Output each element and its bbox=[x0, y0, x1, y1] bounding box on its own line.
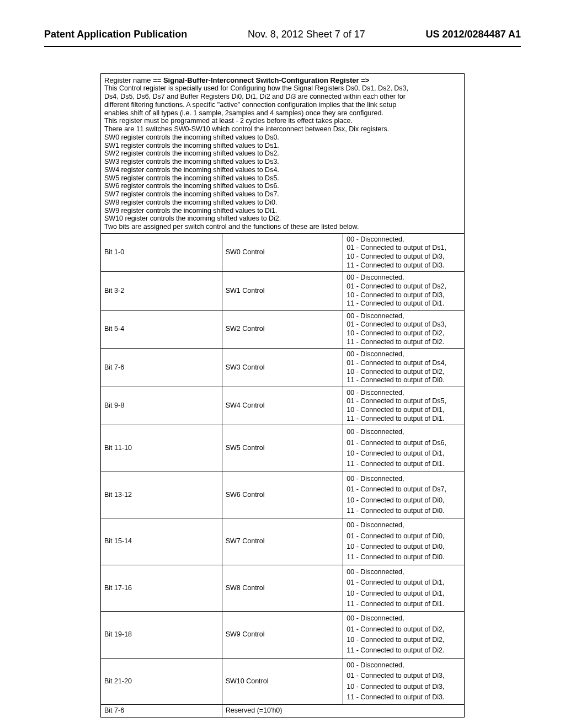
desc-col-line: 01 - Connected to output of Ds2, bbox=[347, 282, 461, 291]
header-rule bbox=[44, 46, 521, 47]
desc-col-line: 01 - Connected to output of Di0, bbox=[347, 531, 461, 542]
desc-col: 00 - Disconnected,01 - Connected to outp… bbox=[343, 612, 465, 659]
table-row: Bit 11-10SW5 Control00 - Disconnected,01… bbox=[101, 425, 465, 472]
bit-col: Bit 1-0 bbox=[101, 233, 222, 272]
desc-col-line: 00 - Disconnected, bbox=[347, 389, 461, 398]
name-col: SW5 Control bbox=[222, 425, 343, 472]
desc-col: 00 - Disconnected,01 - Connected to outp… bbox=[343, 349, 465, 387]
desc-line: SW0 register controls the incoming shift… bbox=[104, 133, 461, 142]
desc-col-line: 00 - Disconnected, bbox=[347, 235, 461, 244]
desc-line: This Control register is specially used … bbox=[104, 84, 461, 93]
table-row: Bit 5-4SW2 Control00 - Disconnected,01 -… bbox=[101, 310, 465, 349]
desc-col-line: 00 - Disconnected, bbox=[347, 274, 461, 282]
desc-line: SW8 register controls the incoming shift… bbox=[104, 199, 461, 207]
desc-col-line: 01 - Connected to output of Di2, bbox=[347, 624, 461, 635]
table-row: Bit 3-2SW1 Control00 - Disconnected,01 -… bbox=[101, 272, 465, 311]
desc-col-line: 00 - Disconnected, bbox=[347, 567, 461, 577]
desc-col: 00 - Disconnected,01 - Connected to outp… bbox=[343, 387, 465, 425]
desc-col: 00 - Disconnected,01 - Connected to outp… bbox=[343, 425, 465, 472]
desc-col-line: 11 - Connected to output of Di3. bbox=[347, 261, 461, 270]
desc-col-line: 00 - Disconnected, bbox=[347, 613, 461, 624]
bit-col: Bit 11-10 bbox=[101, 425, 222, 472]
reserved-row: Bit 7-6 Reserved (=10'h0) bbox=[101, 705, 465, 718]
desc-col-line: 01 - Connected to output of Ds4, bbox=[347, 359, 461, 368]
name-col: SW7 Control bbox=[222, 518, 343, 565]
desc-col-line: 00 - Disconnected, bbox=[347, 350, 461, 359]
desc-col-line: 10 - Connected to output of Di0, bbox=[347, 542, 461, 552]
figure-label: FIG. 7 bbox=[44, 725, 521, 728]
desc-col-line: 11 - Connected to output of Di1. bbox=[347, 599, 461, 609]
name-col: SW2 Control bbox=[222, 310, 343, 349]
page-header: Patent Application Publication Nov. 8, 2… bbox=[44, 0, 521, 45]
desc-col-line: 01 - Connected to output of Ds3, bbox=[347, 320, 461, 329]
desc-col-line: 10 - Connected to output of Di2, bbox=[347, 368, 461, 377]
desc-col-line: 11 - Connected to output of Di3. bbox=[347, 692, 461, 703]
reserved-bit: Bit 7-6 bbox=[101, 705, 222, 718]
desc-line: different filtering functions. A specifi… bbox=[104, 101, 461, 109]
name-col: SW1 Control bbox=[222, 272, 343, 311]
desc-col-line: 11 - Connected to output of Di1. bbox=[347, 459, 461, 469]
desc-col-line: 00 - Disconnected, bbox=[347, 474, 461, 484]
desc-line: enables shift of all types (i.e. 1 sampl… bbox=[104, 109, 461, 117]
desc-col-line: 01 - Connected to output of Ds5, bbox=[347, 397, 461, 406]
name-col: SW8 Control bbox=[222, 565, 343, 612]
desc-col: 00 - Disconnected,01 - Connected to outp… bbox=[343, 310, 465, 349]
bit-col: Bit 19-18 bbox=[101, 612, 222, 659]
header-center: Nov. 8, 2012 Sheet 7 of 17 bbox=[187, 29, 425, 40]
desc-line: SW1 register controls the incoming shift… bbox=[104, 142, 461, 150]
desc-col-line: 00 - Disconnected, bbox=[347, 520, 461, 531]
reserved-name: Reserved (=10'h0) bbox=[222, 705, 464, 718]
desc-col-line: 01 - Connected to output of Di1, bbox=[347, 577, 461, 588]
bit-col: Bit 3-2 bbox=[101, 272, 222, 311]
desc-line: SW2 register controls the incoming shift… bbox=[104, 149, 461, 158]
desc-col: 00 - Disconnected,01 - Connected to outp… bbox=[343, 233, 465, 272]
desc-col-line: 10 - Connected to output of Di2, bbox=[347, 635, 461, 645]
table-row: Bit 15-14SW7 Control00 - Disconnected,01… bbox=[101, 518, 465, 565]
bit-col: Bit 9-8 bbox=[101, 387, 222, 425]
name-col: SW0 Control bbox=[222, 233, 343, 272]
bit-col: Bit 13-12 bbox=[101, 472, 222, 518]
desc-col-line: 11 - Connected to output of Di2. bbox=[347, 338, 461, 347]
desc-line: SW10 register controls the incoming shif… bbox=[104, 215, 461, 223]
desc-col-line: 10 - Connected to output of Di3, bbox=[347, 253, 461, 261]
table-row: Bit 1-0SW0 Control00 - Disconnected,01 -… bbox=[101, 233, 465, 272]
bit-col: Bit 15-14 bbox=[101, 518, 222, 565]
desc-col: 00 - Disconnected,01 - Connected to outp… bbox=[343, 472, 465, 518]
desc-col: 00 - Disconnected,01 - Connected to outp… bbox=[343, 272, 465, 311]
desc-col-line: 10 - Connected to output of Di0, bbox=[347, 495, 461, 506]
desc-col-line: 10 - Connected to output of Di3, bbox=[347, 682, 461, 692]
name-col: SW9 Control bbox=[222, 612, 343, 659]
name-col: SW3 Control bbox=[222, 349, 343, 387]
bit-col: Bit 17-16 bbox=[101, 565, 222, 612]
header-right: US 2012/0284487 A1 bbox=[426, 29, 521, 40]
desc-col-line: 11 - Connected to output of Di0. bbox=[347, 506, 461, 516]
table-row: Bit 21-20SW10 Control00 - Disconnected,0… bbox=[101, 658, 465, 705]
bit-col: Bit 21-20 bbox=[101, 658, 222, 705]
desc-col-line: 10 - Connected to output of Di3, bbox=[347, 291, 461, 300]
name-col: SW6 Control bbox=[222, 472, 343, 518]
desc-line: This register must be programmed at leas… bbox=[104, 117, 461, 125]
header-left: Patent Application Publication bbox=[44, 29, 187, 40]
desc-line: SW9 register controls the incoming shift… bbox=[104, 207, 461, 215]
regname-prefix: Register name == bbox=[104, 76, 163, 84]
desc-col-line: 10 - Connected to output of Di1, bbox=[347, 406, 461, 415]
desc-col: 00 - Disconnected,01 - Connected to outp… bbox=[343, 565, 465, 612]
desc-line: SW7 register controls the incoming shift… bbox=[104, 190, 461, 199]
desc-line: SW5 register controls the incoming shift… bbox=[104, 174, 461, 183]
desc-col: 00 - Disconnected,01 - Connected to outp… bbox=[343, 658, 465, 705]
desc-col-line: 11 - Connected to output of Di2. bbox=[347, 645, 461, 656]
desc-col-line: 01 - Connected to output of Ds7, bbox=[347, 484, 461, 495]
desc-col-line: 00 - Disconnected, bbox=[347, 427, 461, 437]
bit-col: Bit 7-6 bbox=[101, 349, 222, 387]
table-row: Bit 13-12SW6 Control00 - Disconnected,01… bbox=[101, 472, 465, 518]
name-col: SW10 Control bbox=[222, 658, 343, 705]
desc-body: This Control register is specially used … bbox=[104, 84, 461, 231]
desc-col: 00 - Disconnected,01 - Connected to outp… bbox=[343, 518, 465, 565]
desc-line: SW4 register controls the incoming shift… bbox=[104, 166, 461, 174]
desc-line: There are 11 switches SW0-SW10 which con… bbox=[104, 125, 461, 133]
desc-col-line: 11 - Connected to output of Di1. bbox=[347, 299, 461, 308]
table-row: Bit 17-16SW8 Control00 - Disconnected,01… bbox=[101, 565, 465, 612]
desc-col-line: 11 - Connected to output of Di0. bbox=[347, 376, 461, 385]
desc-col-line: 01 - Connected to output of Ds6, bbox=[347, 438, 461, 448]
table-row: Bit 9-8SW4 Control00 - Disconnected,01 -… bbox=[101, 387, 465, 425]
